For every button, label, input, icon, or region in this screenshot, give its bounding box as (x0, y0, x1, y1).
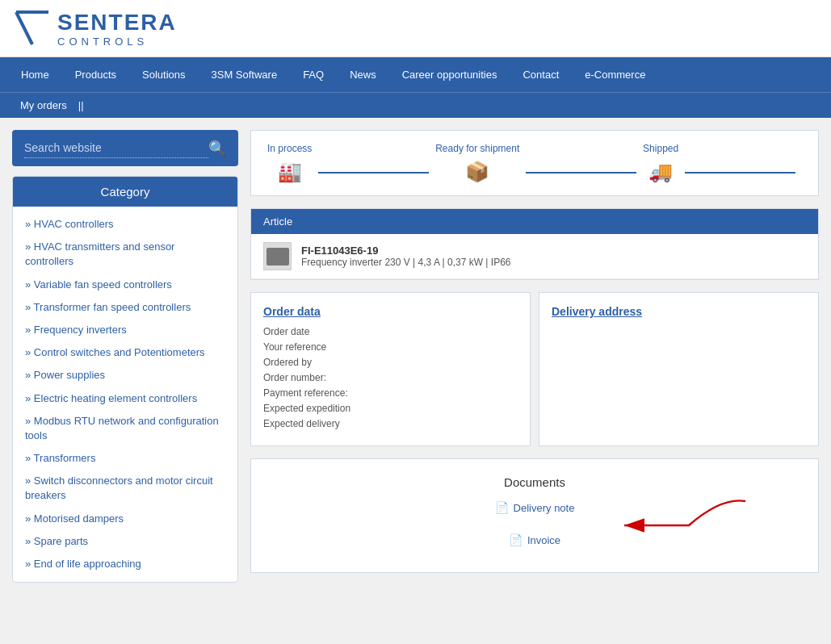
delivery-note-link[interactable]: 📄 Delivery note (495, 501, 575, 514)
category-variable-fan[interactable]: Variable fan speed controllers (13, 274, 237, 296)
step-in-process: In process 🏭 (267, 143, 312, 183)
bottom-sections: Order data Order date Your reference Ord… (250, 292, 819, 446)
sidebar: 🔍 Category HVAC controllers HVAC transmi… (12, 130, 238, 583)
category-power-supplies[interactable]: Power supplies (13, 364, 237, 387)
nav-solutions[interactable]: Solutions (129, 57, 198, 92)
order-number-row: Order number: (263, 372, 518, 383)
progress-line-1 (318, 172, 429, 174)
nav-career[interactable]: Career opportunities (389, 57, 510, 92)
delivery-box: Delivery address (539, 292, 819, 446)
step-shipped: Shipped 🚚 (643, 143, 678, 183)
category-box: Category HVAC controllers HVAC transmitt… (12, 176, 238, 583)
logo-icon (12, 8, 52, 48)
article-code: FI-E11043E6-19 (301, 245, 806, 257)
svg-line-0 (16, 12, 32, 44)
category-transformers[interactable]: Transformers (13, 447, 237, 470)
order-progress: In process 🏭 Ready for shipment 📦 Shippe… (250, 130, 819, 196)
article-header: Article (251, 209, 818, 234)
order-date-row: Order date (263, 326, 518, 337)
order-data-title[interactable]: Order data (263, 305, 518, 318)
nav-products[interactable]: Products (62, 57, 129, 92)
logo-sentera: SENTERA (57, 10, 177, 36)
search-icon[interactable]: 🔍 (208, 140, 226, 157)
progress-line-3 (685, 172, 795, 174)
category-control-switches[interactable]: Control switches and Potentiometers (13, 341, 237, 364)
logo-controls: CONTROLS (57, 36, 177, 48)
category-end-of-life[interactable]: End of life approaching (13, 553, 237, 575)
search-box[interactable]: 🔍 (12, 130, 238, 166)
expected-expedition-row: Expected expedition (263, 403, 518, 414)
nav-contact[interactable]: Contact (510, 57, 572, 92)
sub-nav: My orders || (0, 92, 831, 118)
logo[interactable]: SENTERA CONTROLS (12, 8, 177, 48)
invoice-label: Invoice (527, 534, 560, 546)
category-frequency-inverters[interactable]: Frequency inverters (13, 319, 237, 341)
step-in-process-icon: 🏭 (278, 161, 302, 183)
nav-3sm[interactable]: 3SM Software (198, 57, 290, 92)
article-image (263, 242, 292, 270)
category-switch-disconnectors[interactable]: Switch disconnectors and motor circuit b… (13, 470, 237, 507)
category-motorised-dampers[interactable]: Motorised dampers (13, 508, 237, 530)
step-ready: Ready for shipment 📦 (435, 143, 519, 183)
right-content: In process 🏭 Ready for shipment 📦 Shippe… (250, 130, 819, 583)
step-ready-label: Ready for shipment (435, 143, 519, 154)
article-description: Frequency inverter 230 V | 4,3 A | 0,37 … (301, 257, 806, 268)
payment-reference-row: Payment reference: (263, 387, 518, 399)
article-row: FI-E11043E6-19 Frequency inverter 230 V … (251, 234, 818, 279)
step-in-process-label: In process (267, 143, 312, 154)
nav-faq[interactable]: FAQ (290, 57, 337, 92)
category-title: Category (13, 177, 237, 207)
delivery-note-icon: 📄 (495, 501, 509, 514)
your-reference-row: Your reference (263, 341, 518, 353)
expected-delivery-row: Expected delivery (263, 418, 518, 429)
article-table: Article FI-E11043E6-19 Frequency inverte… (250, 208, 819, 280)
progress-line-2 (526, 172, 636, 174)
main-content: 🔍 Category HVAC controllers HVAC transmi… (0, 118, 831, 595)
subnav-separator: || (75, 93, 87, 118)
red-arrow (608, 493, 753, 542)
step-ready-icon: 📦 (465, 161, 489, 183)
order-data-box: Order data Order date Your reference Ord… (250, 292, 531, 446)
step-shipped-icon: 🚚 (648, 161, 673, 183)
nav-news[interactable]: News (337, 57, 389, 92)
category-spare-parts[interactable]: Spare parts (13, 530, 237, 553)
logo-text: SENTERA CONTROLS (57, 10, 177, 48)
category-modbus[interactable]: Modbus RTU network and configuration too… (13, 410, 237, 447)
search-input[interactable] (24, 138, 208, 158)
documents-box: Documents 📄 Delivery note (250, 458, 819, 573)
nav-ecommerce[interactable]: e-Commerce (572, 57, 658, 92)
documents-title: Documents (267, 475, 802, 489)
article-image-inner (267, 248, 289, 266)
main-nav: Home Products Solutions 3SM Software FAQ… (0, 57, 831, 92)
category-electric-heating[interactable]: Electric heating element controllers (13, 387, 237, 410)
category-transformer-fan[interactable]: Transformer fan speed controllers (13, 296, 237, 319)
delivery-note-label: Delivery note (514, 502, 575, 514)
step-shipped-label: Shipped (643, 143, 678, 154)
category-hvac-transmitters[interactable]: HVAC transmitters and sensor controllers (13, 236, 237, 273)
category-hvac-controllers[interactable]: HVAC controllers (13, 213, 237, 236)
my-orders-link[interactable]: My orders (12, 93, 75, 118)
category-list: HVAC controllers HVAC transmitters and s… (13, 207, 237, 582)
invoice-icon: 📄 (509, 533, 523, 546)
ordered-by-row: Ordered by (263, 357, 518, 368)
delivery-address-title[interactable]: Delivery address (552, 305, 806, 318)
article-info: FI-E11043E6-19 Frequency inverter 230 V … (301, 245, 806, 268)
nav-home[interactable]: Home (8, 57, 62, 92)
page-header: SENTERA CONTROLS (0, 0, 831, 57)
